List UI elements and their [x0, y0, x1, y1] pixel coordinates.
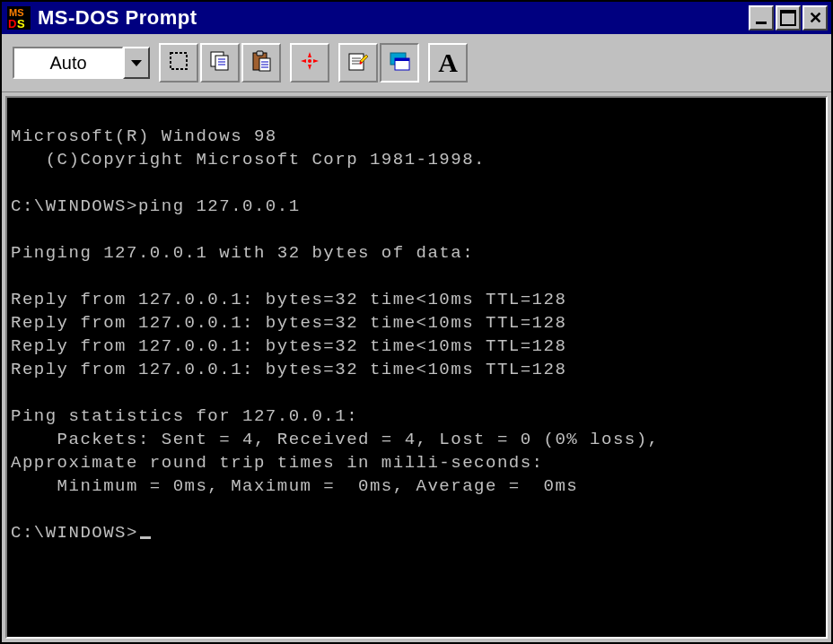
terminal-line: Pinging 127.0.0.1 with 32 bytes of data:	[11, 241, 822, 265]
terminal-line: Approximate round trip times in milli-se…	[11, 451, 822, 474]
svg-rect-4	[171, 53, 187, 69]
svg-point-21	[360, 62, 363, 65]
terminal-cursor	[140, 536, 151, 539]
svg-rect-24	[395, 58, 409, 61]
svg-rect-6	[215, 56, 228, 70]
font-size-select[interactable]: Auto	[13, 47, 150, 79]
terminal-line: Reply from 127.0.0.1: bytes=32 time<10ms…	[11, 311, 822, 335]
toolbar: Auto	[2, 34, 831, 92]
close-button[interactable]: ✕	[802, 5, 828, 30]
svg-point-16	[308, 59, 311, 63]
terminal-line: Packets: Sent = 4, Received = 4, Lost = …	[11, 428, 822, 451]
terminal-line: Reply from 127.0.0.1: bytes=32 time<10ms…	[11, 358, 822, 381]
terminal-output: Microsoft(R) Windows 98 (C)Copyright Mic…	[7, 98, 826, 548]
terminal-line	[11, 498, 822, 521]
terminal-line: (C)Copyright Microsoft Corp 1981-1998.	[11, 148, 822, 171]
terminal-line	[11, 171, 822, 195]
terminal-line	[11, 381, 822, 405]
terminal-line	[11, 218, 822, 241]
paste-button[interactable]	[241, 43, 281, 83]
terminal-prompt: C:\WINDOWS>	[11, 523, 138, 543]
terminal-line	[11, 265, 822, 288]
mark-icon	[168, 50, 189, 75]
font-button[interactable]: A	[428, 43, 468, 83]
fullscreen-button[interactable]	[290, 43, 329, 83]
font-icon: A	[438, 48, 458, 78]
terminal-line: C:\WINDOWS>ping 127.0.0.1	[11, 195, 822, 218]
chevron-down-icon[interactable]	[123, 47, 150, 79]
terminal-line: Reply from 127.0.0.1: bytes=32 time<10ms…	[11, 288, 822, 311]
properties-icon	[346, 49, 370, 76]
copy-icon	[208, 49, 232, 76]
properties-button[interactable]	[338, 43, 378, 83]
terminal-line: Microsoft(R) Windows 98	[11, 125, 822, 148]
svg-text:D: D	[8, 17, 16, 30]
fullscreen-icon	[298, 49, 321, 76]
paste-icon	[250, 49, 273, 76]
copy-button[interactable]	[200, 43, 240, 83]
font-size-value: Auto	[13, 47, 123, 79]
terminal-line: Minimum = 0ms, Maximum = 0ms, Average = …	[11, 474, 822, 498]
svg-text:S: S	[17, 17, 25, 30]
dos-prompt-window: MS D S MS-DOS Prompt ✕ Auto	[0, 0, 833, 644]
msdos-icon: MS D S	[7, 6, 31, 30]
minimize-button[interactable]	[749, 5, 774, 30]
background-button[interactable]	[380, 43, 419, 83]
terminal-line: Reply from 127.0.0.1: bytes=32 time<10ms…	[11, 335, 822, 358]
terminal-prompt-line: C:\WINDOWS>	[11, 521, 822, 544]
terminal-line: Ping statistics for 127.0.0.1:	[11, 405, 822, 428]
window-title: MS-DOS Prompt	[38, 6, 749, 30]
background-icon	[388, 49, 411, 76]
mark-button[interactable]	[159, 43, 198, 83]
terminal-area[interactable]: Microsoft(R) Windows 98 (C)Copyright Mic…	[5, 96, 828, 639]
maximize-button[interactable]	[776, 5, 801, 30]
titlebar[interactable]: MS D S MS-DOS Prompt ✕	[2, 2, 831, 34]
svg-rect-11	[257, 51, 263, 56]
